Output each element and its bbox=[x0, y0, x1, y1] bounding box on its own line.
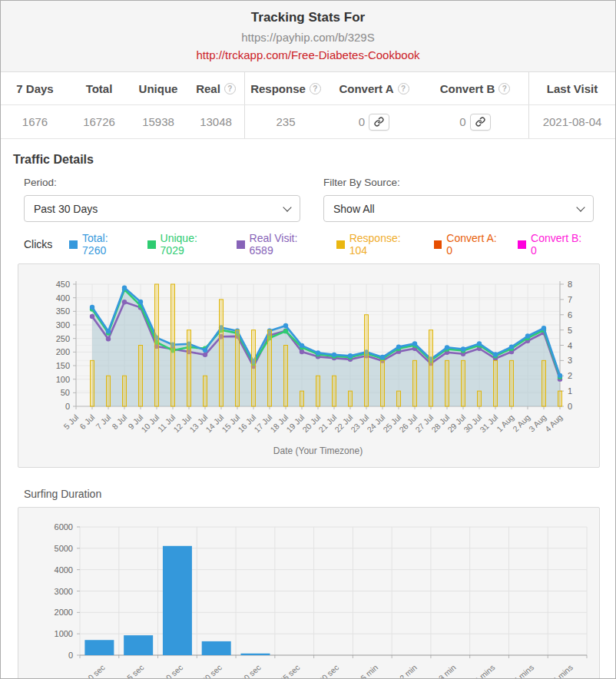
col-response: Response? bbox=[245, 72, 326, 104]
col-real: Real? bbox=[187, 72, 245, 104]
col-label: Unique bbox=[139, 82, 178, 95]
filter-control: Filter By Source: Show All bbox=[323, 177, 594, 222]
col-label: Real bbox=[196, 82, 220, 95]
period-label: Period: bbox=[24, 177, 300, 188]
legend-label: Convert A: 0 bbox=[446, 232, 504, 257]
svg-text:1 Aug: 1 Aug bbox=[495, 412, 516, 434]
svg-text:1-5 sec: 1-5 sec bbox=[120, 663, 146, 679]
svg-text:20-30 sec: 20-30 sec bbox=[230, 663, 262, 679]
svg-text:1: 1 bbox=[568, 386, 572, 396]
svg-text:4: 4 bbox=[568, 341, 572, 350]
svg-text:3: 3 bbox=[568, 356, 572, 365]
legend-label: Unique: 7029 bbox=[161, 232, 223, 257]
svg-text:2: 2 bbox=[568, 371, 572, 380]
svg-text:> 5 mins: > 5 mins bbox=[545, 663, 575, 679]
svg-text:2-3 min: 2-3 min bbox=[432, 662, 458, 679]
convert-b-link-button[interactable] bbox=[470, 114, 491, 131]
value-real: 13048 bbox=[187, 105, 245, 138]
legend-item-convert-b: Convert B: 0 bbox=[518, 232, 589, 257]
chart-controls: Period: Past 30 Days Filter By Source: S… bbox=[24, 177, 603, 222]
legend-item-real-visit: Real Visit: 6589 bbox=[237, 232, 323, 257]
stats-value-row: 1676 16726 15938 13048 235 0 0 2021-08-0… bbox=[1, 105, 615, 139]
svg-text:4 Aug: 4 Aug bbox=[543, 412, 565, 434]
col-label: Convert A bbox=[339, 82, 393, 95]
svg-text:30-45 sec: 30-45 sec bbox=[269, 663, 301, 679]
legend-swatch-response bbox=[336, 240, 345, 249]
tracking-url-link[interactable]: http://trckapp.com/Free-Diabetes-Cookboo… bbox=[1, 48, 615, 61]
legend-swatch-total bbox=[69, 240, 78, 249]
value-convert-b: 0 bbox=[422, 105, 529, 138]
svg-text:3000: 3000 bbox=[55, 587, 73, 596]
svg-text:45-60 sec: 45-60 sec bbox=[308, 663, 340, 679]
col-last-visit: Last Visit bbox=[529, 72, 615, 104]
chart-legend: Clicks Total: 7260 Unique: 7029 Real Vis… bbox=[24, 232, 603, 257]
legend-item-convert-a: Convert A: 0 bbox=[434, 232, 505, 257]
svg-text:1-1.5 min: 1-1.5 min bbox=[349, 662, 380, 679]
col-label: Last Visit bbox=[547, 82, 598, 95]
svg-text:7 Jul: 7 Jul bbox=[94, 412, 112, 431]
svg-text:400: 400 bbox=[56, 293, 70, 303]
svg-text:3-4 mins: 3-4 mins bbox=[467, 663, 496, 679]
destination-url: https://payhip.com/b/329S bbox=[1, 31, 615, 44]
traffic-details-section: Traffic Details Period: Past 30 Days Fil… bbox=[1, 139, 615, 679]
col-convert-a: Convert A? bbox=[326, 72, 422, 104]
surfing-duration-chart-svg: 01000200030004000500060000 sec1-5 sec5-1… bbox=[18, 508, 601, 679]
convert-a-link-button[interactable] bbox=[369, 114, 389, 131]
legend-label: Real Visit: 6589 bbox=[250, 232, 323, 257]
stats-table: 7 Days Total Unique Real? Response? Conv… bbox=[1, 72, 615, 139]
svg-text:0 sec: 0 sec bbox=[86, 663, 107, 679]
col-label: Convert B bbox=[440, 82, 495, 95]
value-unique: 15938 bbox=[129, 105, 187, 138]
help-icon[interactable]: ? bbox=[398, 83, 409, 94]
col-7-days: 7 Days bbox=[1, 72, 69, 104]
filter-by-source-label: Filter By Source: bbox=[323, 177, 594, 188]
convert-b-count: 0 bbox=[459, 115, 465, 128]
svg-text:200: 200 bbox=[56, 347, 70, 356]
period-control: Period: Past 30 Days bbox=[24, 177, 300, 222]
value-convert-a: 0 bbox=[326, 105, 422, 138]
filter-by-source-select[interactable]: Show All bbox=[323, 195, 594, 222]
svg-text:50: 50 bbox=[61, 388, 70, 397]
svg-text:100: 100 bbox=[56, 375, 70, 384]
col-total: Total bbox=[69, 72, 129, 104]
svg-text:8: 8 bbox=[568, 280, 572, 289]
svg-text:5000: 5000 bbox=[55, 544, 73, 553]
help-icon[interactable]: ? bbox=[498, 83, 510, 94]
traffic-chart: 0501001502002503003504004500123456785 Ju… bbox=[18, 263, 600, 468]
legend-item-response: Response: 104 bbox=[336, 232, 420, 257]
legend-swatch-convert-a bbox=[434, 240, 442, 249]
help-icon[interactable]: ? bbox=[224, 83, 236, 94]
svg-text:5 Jul: 5 Jul bbox=[61, 412, 80, 431]
svg-text:31 Jul: 31 Jul bbox=[478, 412, 499, 434]
svg-text:250: 250 bbox=[56, 334, 70, 343]
legend-item-total: Total: 7260 bbox=[69, 232, 134, 257]
page-header: Tracking Stats For https://payhip.com/b/… bbox=[1, 1, 615, 72]
col-unique: Unique bbox=[129, 72, 187, 104]
svg-text:10-20 sec: 10-20 sec bbox=[191, 663, 224, 679]
filter-select-wrap: Show All bbox=[323, 195, 594, 222]
legend-label: Convert B: 0 bbox=[531, 232, 589, 257]
legend-item-unique: Unique: 7029 bbox=[147, 232, 223, 257]
traffic-chart-svg: 0501001502002503003504004500123456785 Ju… bbox=[18, 264, 601, 467]
help-icon[interactable]: ? bbox=[310, 83, 321, 94]
legend-swatch-unique bbox=[147, 240, 156, 249]
value-response: 235 bbox=[245, 105, 326, 138]
svg-text:5: 5 bbox=[568, 326, 572, 335]
value-last-visit: 2021-08-04 bbox=[529, 105, 615, 138]
svg-text:300: 300 bbox=[56, 320, 70, 330]
svg-text:6: 6 bbox=[568, 310, 572, 320]
period-select[interactable]: Past 30 Days bbox=[24, 195, 300, 222]
svg-text:350: 350 bbox=[56, 306, 70, 316]
stats-header-row: 7 Days Total Unique Real? Response? Conv… bbox=[1, 72, 615, 105]
svg-text:6 Jul: 6 Jul bbox=[78, 412, 96, 431]
convert-a-count: 0 bbox=[359, 115, 365, 128]
tracking-stats-page: Tracking Stats For https://payhip.com/b/… bbox=[0, 0, 616, 679]
svg-text:0: 0 bbox=[568, 402, 572, 411]
link-icon bbox=[374, 117, 384, 127]
period-select-wrap: Past 30 Days bbox=[24, 195, 300, 222]
svg-text:150: 150 bbox=[56, 361, 70, 370]
traffic-details-heading: Traffic Details bbox=[13, 153, 603, 167]
surfing-duration-chart: 01000200030004000500060000 sec1-5 sec5-1… bbox=[18, 507, 600, 679]
svg-text:1000: 1000 bbox=[55, 629, 73, 638]
svg-text:Date (Your Timezone): Date (Your Timezone) bbox=[273, 445, 363, 456]
